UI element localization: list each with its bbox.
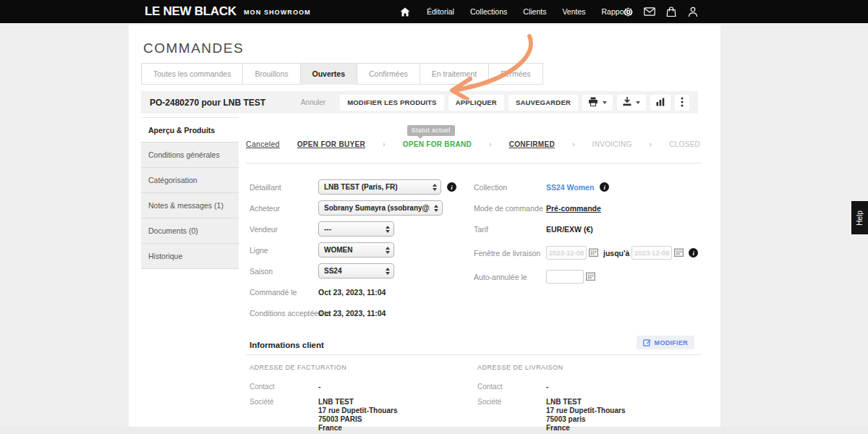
saison-select[interactable]: SS24 [318, 263, 394, 278]
field-tarif: Tarif EUR/EXW (€) [474, 218, 720, 239]
shopping-bag-icon[interactable] [665, 6, 677, 17]
more-options-button[interactable] [675, 95, 689, 111]
status-step-confirmed[interactable]: CONFIRMED [509, 140, 555, 148]
order-form-left-column: Détaillant LNB TEST (Paris, FR) i Achete… [250, 176, 467, 323]
top-icon-group [622, 0, 699, 23]
tab-ouvertes[interactable]: Ouvertes [300, 63, 358, 85]
shipping-company-row: Société LNB TEST 17 rue Dupetit-Thouars … [477, 398, 687, 433]
info-icon[interactable]: i [689, 248, 698, 258]
chevron-down-icon [636, 101, 640, 104]
status-step-closed: CLOSED [669, 140, 700, 148]
select-stepper-icon [386, 268, 390, 275]
help-tab[interactable]: Help [851, 201, 868, 234]
field-vendeur: Vendeur --- [250, 218, 467, 239]
tab-toutes-les-commandes[interactable]: Toutes les commandes [141, 63, 243, 85]
status-step-open-for-brand: Statut actuel OPEN FOR BRAND [403, 140, 472, 148]
sidebar-item-notes-messages[interactable]: Notes & messages (1) [141, 193, 239, 218]
select-stepper-icon [386, 226, 390, 233]
chevron-right-icon [489, 140, 492, 148]
main-nav: Éditorial Collections Clients Ventes Rap… [399, 0, 632, 23]
order-form-right-column: Collection SS24 Women i Mode de commande… [474, 176, 720, 287]
select-stepper-icon [434, 205, 438, 212]
shipping-address-block: ADRESSE DE LIVRAISON Contact - Société L… [477, 364, 687, 434]
sidebar-item-historique[interactable]: Historique [141, 244, 239, 269]
billing-company-row: Société LNB TEST 17 rue Dupetit-Thouars … [250, 398, 459, 433]
messages-envelope-icon[interactable] [644, 6, 655, 17]
modify-client-info-button[interactable]: MODIFIER [637, 336, 694, 349]
stats-chart-button[interactable] [650, 95, 671, 111]
order-header-bar: PO-2480270 pour LNB TEST Annuler MODIFIE… [141, 91, 698, 114]
client-info-title: Informations client [250, 341, 324, 349]
order-title: PO-2480270 pour LNB TEST [150, 98, 265, 108]
field-ligne: Ligne WOMEN [250, 239, 467, 260]
download-icon [623, 97, 631, 108]
vendeur-select[interactable]: --- [318, 221, 394, 237]
save-button[interactable]: SAUVEGARDER [509, 95, 578, 111]
sidebar-item-categorisation[interactable]: Catégorisation [141, 168, 239, 193]
billing-address-block: ADRESSE DE FACTURATION Contact - Société… [250, 364, 459, 434]
select-stepper-icon [433, 184, 437, 191]
status-step-invoicing: INVOICING [592, 140, 632, 148]
nav-ventes[interactable]: Ventes [562, 7, 585, 16]
download-dropdown-button[interactable] [617, 95, 646, 111]
info-icon[interactable]: i [600, 182, 609, 192]
sidebar-item-apercu-produits[interactable]: Aperçu & Produits [141, 117, 239, 142]
bar-chart-icon [656, 98, 665, 108]
collection-link[interactable]: SS24 Women [546, 183, 594, 192]
calendar-icon[interactable] [674, 247, 684, 260]
info-icon[interactable]: i [447, 182, 456, 192]
auto-cancel-date-input[interactable] [546, 270, 584, 284]
field-fenetre-livraison: Fenêtre de livraison jusqu'à i [474, 242, 720, 263]
status-step-canceled[interactable]: Canceled [246, 140, 280, 148]
page-title: COMMANDES [143, 41, 244, 56]
print-dropdown-button[interactable] [582, 95, 613, 111]
field-auto-annulee: Auto-annulée le [474, 266, 720, 287]
field-collection: Collection SS24 Women i [474, 176, 720, 197]
billing-contact-row: Contact - [250, 383, 459, 391]
sidebar-item-documents[interactable]: Documents (0) [141, 218, 239, 244]
chevron-right-icon [572, 140, 575, 148]
field-commande-le: Commandé le Oct 23, 2023, 11:04 [250, 281, 467, 302]
settings-gear-icon[interactable] [622, 6, 634, 17]
sidebar-item-conditions-generales[interactable]: Conditions générales [141, 142, 239, 168]
calendar-icon[interactable] [586, 271, 595, 284]
tab-fermees[interactable]: Fermées [488, 63, 542, 85]
home-icon[interactable] [399, 6, 411, 17]
mode-commande-value[interactable]: Pré-commande [546, 204, 601, 213]
divider [246, 354, 702, 355]
detaillant-select[interactable]: LNB TEST (Paris, FR) [318, 179, 441, 195]
apply-button[interactable]: APPLIQUER [448, 95, 504, 111]
field-mode-de-commande: Mode de commande Pré-commande [474, 197, 720, 218]
brand-logo[interactable]: LE NEW BLACK [145, 4, 237, 19]
tab-en-traitement[interactable]: En traitement [420, 63, 489, 85]
cancel-order-link[interactable]: Annuler [301, 98, 326, 106]
tab-confirmees[interactable]: Confirmées [357, 63, 420, 85]
printer-icon [588, 97, 598, 108]
modify-products-button[interactable]: MODIFIER LES PRODUITS [340, 95, 443, 111]
field-saison: Saison SS24 [250, 260, 467, 281]
account-person-icon[interactable] [687, 6, 699, 17]
calendar-icon[interactable] [589, 247, 598, 260]
chevron-down-icon [603, 101, 607, 104]
field-detaillant: Détaillant LNB TEST (Paris, FR) i [250, 176, 467, 197]
order-sidebar: Aperçu & Produits Conditions générales C… [141, 117, 239, 269]
content-card: COMMANDES Toutes les commandes Brouillon… [129, 25, 720, 427]
ligne-select[interactable]: WOMEN [318, 242, 394, 258]
status-step-open-for-buyer[interactable]: OPEN FOR BUYER [297, 140, 365, 148]
delivery-window-from-input[interactable] [546, 246, 587, 260]
order-status-workflow: Canceled OPEN FOR BUYER Statut actuel OP… [246, 137, 700, 151]
delivery-window-to-input[interactable] [631, 246, 672, 260]
nav-editorial[interactable]: Éditorial [427, 7, 454, 16]
current-status-tooltip: Statut actuel [407, 125, 455, 136]
chevron-right-icon [383, 140, 386, 148]
top-navigation-bar: LE NEW BLACK MON SHOWROOM Éditorial Coll… [0, 0, 868, 23]
tab-brouillons[interactable]: Brouillons [242, 63, 300, 85]
chevron-right-icon [650, 140, 652, 148]
showroom-label[interactable]: MON SHOWROOM [244, 9, 311, 16]
nav-clients[interactable]: Clients [523, 7, 546, 16]
field-acheteur: Acheteur Sobrany Sumayra (ssobrany@lenew… [250, 197, 467, 218]
kebab-menu-icon [681, 97, 684, 109]
shipping-contact-row: Contact - [477, 383, 687, 391]
acheteur-select[interactable]: Sobrany Sumayra (ssobrany@lenewblac [318, 200, 443, 216]
nav-collections[interactable]: Collections [470, 7, 507, 16]
